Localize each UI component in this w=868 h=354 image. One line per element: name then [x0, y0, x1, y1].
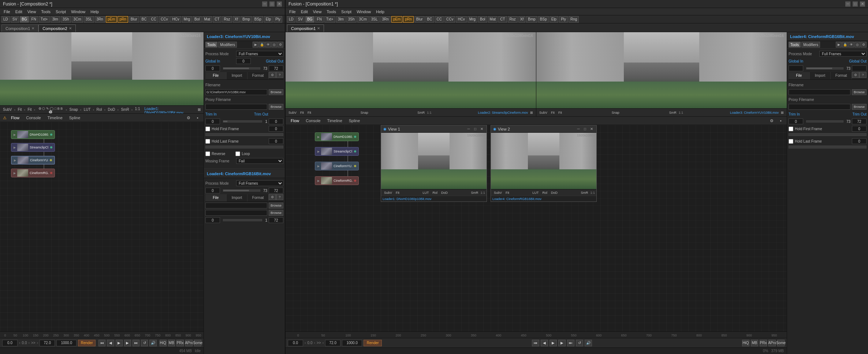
- menu-view-right[interactable]: View: [311, 8, 324, 15]
- inspector-modifiers-tab[interactable]: Modifiers: [218, 42, 237, 48]
- vc-snap-r1[interactable]: Snap: [359, 110, 370, 116]
- r-tool-ccv[interactable]: CCv: [444, 16, 455, 23]
- r-hold-first-check[interactable]: [789, 127, 793, 131]
- r-tool-pem[interactable]: pEm: [391, 16, 403, 23]
- close-btn-right[interactable]: ✕: [860, 1, 865, 7]
- global-out-input[interactable]: [269, 65, 283, 71]
- trim-out4[interactable]: 72: [269, 217, 283, 223]
- inspector-tools-tab-right[interactable]: Tools: [789, 42, 801, 48]
- inspector-icon3[interactable]: 👁: [265, 42, 271, 48]
- r-inspector-icon3[interactable]: 👁: [848, 42, 854, 48]
- r-inner-tab-extra1[interactable]: ⚙: [852, 72, 859, 78]
- process-mode-select[interactable]: Full Frames: [236, 51, 283, 57]
- vc-snap-r2[interactable]: Snap: [610, 110, 621, 116]
- tool-bc[interactable]: BC: [140, 16, 149, 23]
- proxy-input[interactable]: [205, 104, 267, 110]
- r-tool-bol[interactable]: Bol: [478, 16, 487, 23]
- r-tool-xf[interactable]: Xf: [518, 16, 525, 23]
- r-tool-3rn[interactable]: 3Rn: [380, 16, 391, 23]
- node-cineformy-left[interactable]: ▶ CineformYU...: [11, 156, 55, 165]
- flow-btn-left[interactable]: Flow: [9, 114, 22, 121]
- rnode-cineformy[interactable]: ▶ CineformYU...: [315, 162, 359, 170]
- maximize-btn-left[interactable]: □: [269, 1, 275, 7]
- tool-cc[interactable]: CC: [149, 16, 158, 23]
- r-tool-hcv[interactable]: HCv: [456, 16, 466, 23]
- prx-left[interactable]: PRx: [176, 340, 184, 346]
- fv1-lut[interactable]: LUT: [421, 190, 430, 196]
- node-cineformrg-left[interactable]: ▶ CineformRG...: [11, 169, 55, 177]
- global-in-zero[interactable]: [205, 65, 220, 71]
- r-tool-ct[interactable]: CT: [498, 16, 507, 23]
- browse-btn4[interactable]: Browse: [269, 203, 283, 208]
- fv1-smr[interactable]: SmR: [469, 190, 480, 196]
- inner-tab-format4[interactable]: Format: [247, 194, 269, 202]
- inner-tab-import3[interactable]: Import: [227, 72, 248, 79]
- r-tool-prn[interactable]: pRn: [403, 16, 413, 23]
- node-graph-right[interactable]: ▶ DNxHD1080... ▶ StreamclipCl... ▶: [286, 125, 787, 331]
- r-inner-tab-file[interactable]: File: [789, 72, 810, 79]
- r-tool-bc[interactable]: BC: [425, 16, 434, 23]
- r-proxy-input[interactable]: [789, 104, 850, 110]
- r-tool-mrg[interactable]: Mrg: [467, 16, 477, 23]
- rnode-streamclip[interactable]: ▶ StreamclipCl...: [315, 147, 359, 156]
- console-btn-left[interactable]: Console: [24, 114, 43, 121]
- r-hold-last-slider[interactable]: [789, 146, 867, 148]
- close-btn-left[interactable]: ✕: [277, 1, 282, 7]
- fps-right[interactable]: [342, 340, 362, 346]
- vc-close-r1[interactable]: ⊠: [529, 110, 534, 116]
- fps-left[interactable]: [56, 340, 77, 346]
- current-time-left[interactable]: [2, 340, 18, 346]
- tool-blur[interactable]: Blur: [129, 16, 139, 23]
- menu-help-right[interactable]: Help: [374, 8, 387, 15]
- menu-file-right[interactable]: File: [287, 8, 298, 15]
- tab-close-comp1-left[interactable]: ✕: [31, 25, 34, 32]
- skip-start-left[interactable]: ⏮: [98, 340, 105, 346]
- viewer-close-left[interactable]: ⊠: [196, 107, 202, 113]
- vc-fit2-r2[interactable]: Fit: [557, 110, 563, 116]
- fv1-fit[interactable]: Fit: [394, 190, 401, 196]
- global-in4[interactable]: [205, 188, 220, 193]
- menu-edit-right[interactable]: Edit: [299, 8, 310, 15]
- flow-settings-left[interactable]: ⚙: [185, 114, 193, 121]
- hold-first-check[interactable]: [205, 127, 210, 131]
- r-hold-last-check[interactable]: [789, 139, 793, 144]
- vc-fit-r2[interactable]: Fit: [550, 110, 556, 116]
- node-graph-left[interactable]: ▶ DNxHD1080... ▶ StreamclipCl...: [0, 122, 204, 331]
- inner-tab-file4[interactable]: File: [205, 194, 227, 202]
- r-tool-3sh[interactable]: 3Sh: [346, 16, 357, 23]
- menu-script-left[interactable]: Script: [53, 8, 68, 15]
- menu-tools-right[interactable]: Tools: [324, 8, 338, 15]
- spline-btn-right[interactable]: Spline: [347, 117, 362, 124]
- inner-tab-extra4[interactable]: ?: [276, 194, 283, 200]
- float-view1-min[interactable]: ─: [466, 127, 471, 132]
- inspector-modifiers-tab-right[interactable]: Modifiers: [801, 42, 820, 48]
- trim-slider[interactable]: [223, 120, 262, 123]
- node-dnx-left[interactable]: ▶ DNxHD1080...: [11, 130, 55, 139]
- tool-pem[interactable]: pEm: [106, 16, 117, 23]
- r-tool-ld[interactable]: LD: [287, 16, 295, 23]
- timeline-btn-right[interactable]: Timeline: [325, 117, 344, 124]
- inner-tab-file3[interactable]: File: [205, 72, 227, 79]
- tool-ct[interactable]: CT: [213, 16, 221, 23]
- vc-fit-r1[interactable]: Fit: [299, 110, 305, 116]
- browse-btn5[interactable]: Browse: [269, 210, 283, 216]
- inspector-icon4[interactable]: ◎: [271, 42, 277, 48]
- hiq-right[interactable]: HiQ: [742, 340, 749, 346]
- r-hold-first-input[interactable]: [852, 126, 867, 132]
- tool-mat[interactable]: Mat: [202, 16, 212, 23]
- r-tool-rsz[interactable]: Rsz: [508, 16, 518, 23]
- loop-left[interactable]: ↺: [141, 340, 148, 346]
- fv1-dod[interactable]: DoD: [440, 190, 449, 196]
- viewer-rol-left[interactable]: Rol: [95, 107, 104, 113]
- menu-edit-left[interactable]: Edit: [13, 8, 25, 15]
- float-view1-max[interactable]: □: [473, 127, 478, 132]
- viewer-dod-left[interactable]: DoD: [107, 107, 117, 113]
- tool-mrg[interactable]: Mrg: [182, 16, 192, 23]
- end-time-right[interactable]: [325, 340, 340, 346]
- tool-3sh[interactable]: 3Sh: [61, 16, 71, 23]
- end-time-left[interactable]: [40, 340, 55, 346]
- skip-end-left[interactable]: ⏭: [133, 340, 139, 346]
- missing-frame-select[interactable]: Fail: [236, 158, 283, 164]
- r-tool-mat[interactable]: Mat: [488, 16, 498, 23]
- inner-tab-extra3[interactable]: ⚙: [269, 194, 276, 200]
